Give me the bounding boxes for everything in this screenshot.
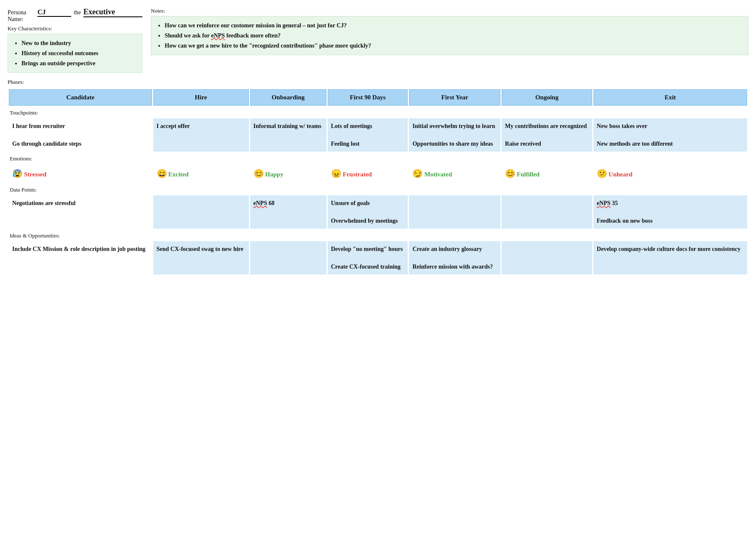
touchpoint-first90: Lots of meetingsFeeling lost	[328, 118, 408, 152]
happy-label: Happy	[265, 171, 283, 178]
idea-candidate: Include CX Mission & role description in…	[9, 241, 152, 274]
header-section: Persona Name: CJ the Executive Key Chara…	[8, 8, 748, 73]
excited-label: Excited	[168, 171, 189, 178]
phase-hire: Hire	[153, 89, 249, 106]
touchpoint-ongoing: My contributions are recognizedRaise rec…	[502, 118, 592, 152]
datapoints-label-row: Data Points:	[9, 184, 747, 194]
emotion-hire: 😄Excited	[153, 164, 249, 183]
phase-ongoing: Ongoing	[502, 89, 592, 106]
touchpoint-firstyear: Initial overwhelm trying to learnOpportu…	[409, 118, 500, 152]
ideas-row: Include CX Mission & role description in…	[9, 241, 747, 274]
key-char-item-3: Brings an outside perspective	[21, 59, 136, 69]
key-char-label: Key Characteristics:	[8, 25, 142, 32]
key-char-box: New to the industry History of successfu…	[8, 34, 142, 73]
unheard-emoji: 😕	[597, 169, 607, 178]
idea-first90: Develop "no meeting" hoursCreate CX-focu…	[328, 241, 408, 274]
idea-exit: Develop company-wide culture docs for mo…	[593, 241, 747, 274]
fulfilled-emoji: 😊	[505, 169, 516, 178]
motivated-emoji: 😏	[412, 169, 423, 178]
fulfilled-label: Fulfilled	[517, 171, 540, 178]
persona-the-label: the	[74, 9, 81, 16]
datapoint-onboarding: eNPS 68	[250, 195, 326, 229]
touchpoint-exit: New boss takes overNew methods are too d…	[593, 118, 747, 152]
ideas-label-row: Ideas & Opportunities:	[9, 230, 747, 240]
datapoint-firstyear	[409, 195, 500, 229]
phases-label: Phases:	[8, 79, 748, 85]
phase-onboarding: Onboarding	[250, 89, 326, 106]
emotion-firstyear: 😏Motivated	[409, 164, 500, 183]
emotion-ongoing: 😊Fulfilled	[502, 164, 592, 183]
motivated-label: Motivated	[424, 171, 452, 178]
key-char-item-2: History of successful outcomes	[21, 48, 136, 59]
datapoints-row: Negotiations are stressful eNPS 68 Unsur…	[9, 195, 747, 229]
stressed-label: Stressed	[24, 171, 46, 178]
datapoint-exit: eNPS 35Feedback on new boss	[593, 195, 747, 229]
note-item-1: How can we reinforce our customer missio…	[165, 21, 742, 31]
emotions-label-row: Emotions:	[9, 153, 747, 163]
frustrated-label: Frustrated	[343, 171, 372, 178]
touchpoint-hire: I accept offer	[153, 118, 249, 152]
phase-candidate: Candidate	[9, 89, 152, 106]
datapoint-first90: Unsure of goalsOverwhelmed by meetings	[328, 195, 408, 229]
persona-name-row: Persona Name: CJ the Executive	[8, 8, 142, 23]
emotion-candidate: 😰Stressed	[9, 164, 152, 183]
persona-name-value: CJ	[37, 8, 71, 17]
touchpoint-onboarding: Informal training w/ teams	[250, 118, 326, 152]
excited-emoji: 😄	[157, 169, 167, 178]
notes-label: Notes:	[151, 8, 748, 14]
datapoint-hire	[153, 195, 249, 229]
phases-header-row: Candidate Hire Onboarding First 90 Days …	[9, 89, 747, 106]
persona-name-label: Persona Name:	[8, 9, 35, 23]
emotion-exit: 😕Unheard	[593, 164, 747, 183]
notes-box: How can we reinforce our customer missio…	[151, 16, 748, 55]
emotions-row: 😰Stressed 😄Excited 😊Happy 😠Frustrated 😏M…	[9, 164, 747, 183]
touchpoints-row: I hear from recruiterGo through candidat…	[9, 118, 747, 152]
emotions-label: Emotions:	[9, 153, 747, 163]
idea-firstyear: Create an industry glossaryReinforce mis…	[409, 241, 500, 274]
emotion-first90: 😠Frustrated	[328, 164, 408, 183]
key-char-item-1: New to the industry	[21, 38, 136, 48]
note-item-2: Should we ask for eNPS feedback more oft…	[165, 31, 742, 41]
phase-exit: Exit	[593, 89, 747, 106]
phase-firstyear: First Year	[409, 89, 500, 106]
idea-ongoing	[502, 241, 592, 274]
idea-hire: Send CX-focused swag to new hire	[153, 241, 249, 274]
datapoint-ongoing	[502, 195, 592, 229]
emotion-onboarding: 😊Happy	[250, 164, 326, 183]
journey-table: Candidate Hire Onboarding First 90 Days …	[8, 88, 748, 276]
datapoints-label: Data Points:	[9, 184, 747, 194]
happy-emoji: 😊	[254, 169, 264, 178]
touchpoints-label-row: Touchpoints:	[9, 107, 747, 117]
frustrated-emoji: 😠	[331, 169, 342, 178]
persona-left: Persona Name: CJ the Executive Key Chara…	[8, 8, 142, 73]
ideas-label: Ideas & Opportunities:	[9, 230, 747, 240]
unheard-label: Unheard	[609, 171, 633, 178]
idea-onboarding	[250, 241, 326, 274]
datapoint-candidate: Negotiations are stressful	[9, 195, 152, 229]
notes-right: Notes: How can we reinforce our customer…	[151, 8, 748, 73]
stressed-emoji: 😰	[12, 169, 23, 178]
phase-first90: First 90 Days	[328, 89, 408, 106]
note-item-3: How can we get a new hire to the "recogn…	[165, 41, 742, 51]
touchpoints-label: Touchpoints:	[9, 107, 747, 117]
persona-title-value: Executive	[83, 8, 142, 17]
touchpoint-candidate: I hear from recruiterGo through candidat…	[9, 118, 152, 152]
